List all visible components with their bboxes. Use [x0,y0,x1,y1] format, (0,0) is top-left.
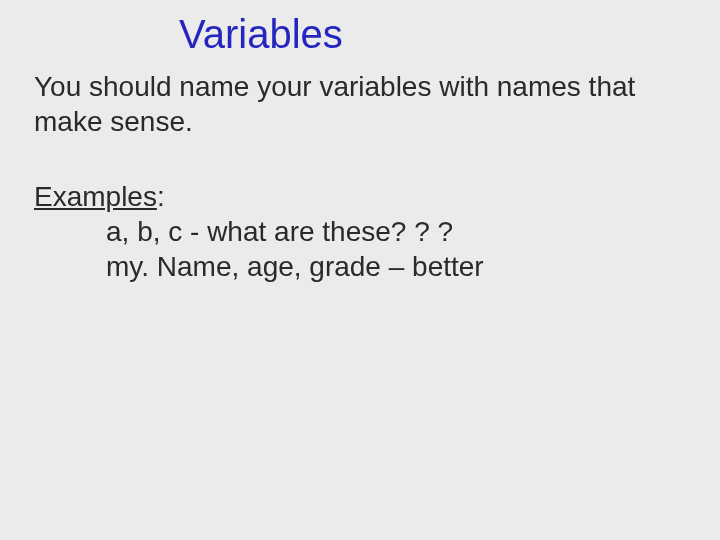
examples-line: Examples: [34,179,686,214]
slide-title: Variables [179,12,686,57]
examples-colon: : [157,181,165,212]
slide-body: You should name your variables with name… [34,69,686,284]
intro-text: You should name your variables with name… [34,69,686,139]
example-line-2: my. Name, age, grade – better [106,249,686,284]
examples-label: Examples [34,181,157,212]
example-line-1: a, b, c - what are these? ? ? [106,214,686,249]
slide: Variables You should name your variables… [0,0,720,540]
